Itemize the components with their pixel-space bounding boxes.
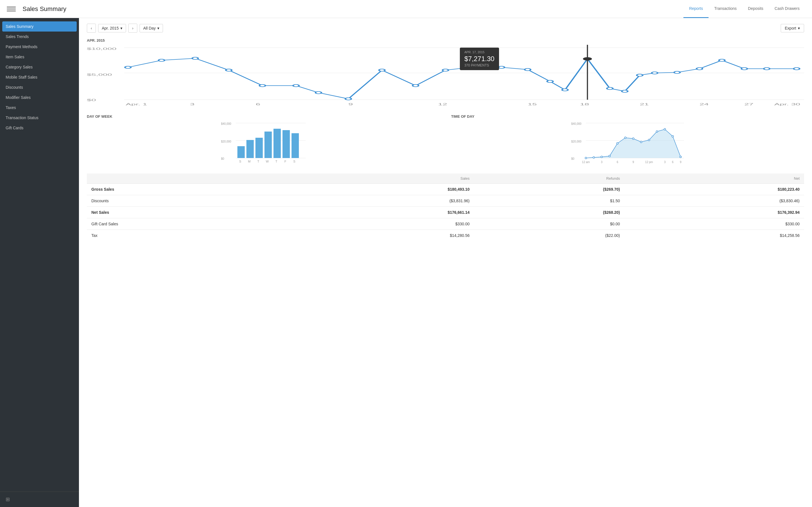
time-chevron-icon: ▾ [157, 26, 159, 31]
row-sales: $176,661.14 [294, 207, 474, 218]
svg-point-7 [158, 59, 164, 61]
main-content: ‹ Apr. 2015 ▾ › All Day ▾ Export ▾ APR. … [79, 18, 812, 507]
svg-text:9: 9 [680, 161, 681, 164]
svg-text:T: T [275, 160, 277, 163]
svg-point-80 [648, 139, 650, 141]
svg-point-6 [125, 66, 131, 68]
svg-text:F: F [285, 160, 287, 163]
svg-text:$20,000: $20,000 [221, 140, 232, 143]
svg-point-33 [794, 68, 800, 70]
sidebar-item-payment-methods[interactable]: Payment Methods [0, 42, 79, 52]
svg-point-83 [672, 135, 673, 137]
row-net: $330.00 [624, 218, 804, 230]
time-label: All Day [143, 26, 156, 31]
row-net: $14,258.56 [624, 230, 804, 241]
sidebar-item-sales-trends[interactable]: Sales Trends [0, 32, 79, 42]
next-button[interactable]: › [128, 24, 137, 33]
top-header: Sales Summary Reports Transactions Depos… [0, 0, 812, 18]
export-chevron-icon: ▾ [798, 26, 800, 31]
summary-table: Sales Refunds Net Gross Sales $180,493.1… [87, 173, 804, 241]
sidebar-item-discounts[interactable]: Discounts [0, 82, 79, 93]
row-net: ($3,830.46) [624, 195, 804, 207]
time-picker[interactable]: All Day ▾ [140, 24, 163, 33]
svg-text:12 pm: 12 pm [645, 161, 653, 164]
nav-reports[interactable]: Reports [683, 0, 709, 18]
tod-area-chart: $40,000 $20,000 $0 [451, 121, 804, 166]
svg-point-15 [412, 84, 418, 87]
svg-rect-53 [255, 138, 263, 158]
row-refunds: ($22.00) [474, 230, 624, 241]
svg-point-12 [315, 92, 321, 94]
sidebar-item-item-sales[interactable]: Item Sales [0, 52, 79, 62]
toolbar: ‹ Apr. 2015 ▾ › All Day ▾ Export ▾ [87, 24, 804, 33]
svg-text:6: 6 [256, 103, 260, 106]
table-row: Gross Sales $180,493.10 ($269.70) $180,2… [87, 184, 804, 195]
svg-text:15: 15 [528, 103, 537, 106]
sidebar-nav: Sales Summary Sales Trends Payment Metho… [0, 18, 79, 492]
nav-deposits[interactable]: Deposits [742, 0, 769, 18]
nav-cash-drawers[interactable]: Cash Drawers [769, 0, 805, 18]
svg-point-28 [674, 71, 680, 73]
svg-point-30 [719, 59, 725, 61]
svg-text:3: 3 [601, 161, 603, 164]
table-row: Gift Card Sales $330.00 $0.00 $330.00 [87, 218, 804, 230]
row-label: Discounts [87, 195, 294, 207]
sidebar-item-taxes[interactable]: Taxes [0, 103, 79, 113]
svg-text:27: 27 [744, 103, 753, 106]
svg-point-25 [622, 90, 627, 93]
svg-point-17 [472, 66, 478, 68]
prev-button[interactable]: ‹ [87, 24, 96, 33]
date-label: Apr. 2015 [102, 26, 119, 31]
top-nav: Reports Transactions Deposits Cash Drawe… [683, 0, 805, 18]
square-icon: ⊞ [6, 497, 10, 502]
sidebar-item-sales-summary[interactable]: Sales Summary [2, 21, 77, 32]
svg-point-74 [601, 156, 603, 158]
date-chevron-icon: ▾ [120, 26, 122, 31]
sidebar-item-category-sales[interactable]: Category Sales [0, 62, 79, 72]
date-picker[interactable]: Apr. 2015 ▾ [98, 24, 126, 33]
svg-text:12: 12 [438, 103, 447, 106]
svg-text:9: 9 [349, 103, 353, 106]
svg-text:$40,000: $40,000 [221, 122, 232, 125]
export-button[interactable]: Export ▾ [781, 24, 804, 33]
svg-rect-55 [273, 129, 281, 158]
svg-point-18 [499, 66, 504, 68]
svg-text:3: 3 [190, 103, 195, 106]
svg-text:M: M [248, 160, 250, 163]
bottom-charts-row: DAY OF WEEK $40,000 $20,000 $0 [87, 114, 804, 167]
main-line-chart: $10,000 $5,000 $0 [87, 45, 804, 107]
svg-text:$5,000: $5,000 [87, 73, 112, 76]
svg-point-24 [607, 87, 613, 90]
menu-icon[interactable] [7, 7, 16, 11]
sidebar-item-gift-cards[interactable]: Gift Cards [0, 123, 79, 133]
svg-text:21: 21 [640, 103, 649, 106]
svg-point-31 [741, 68, 747, 70]
row-label: Gross Sales [87, 184, 294, 195]
main-layout: Sales Summary Sales Trends Payment Metho… [0, 18, 812, 507]
svg-text:Apr. 1: Apr. 1 [126, 103, 147, 106]
svg-text:3: 3 [664, 161, 666, 164]
svg-point-10 [259, 84, 265, 87]
dow-chart: DAY OF WEEK $40,000 $20,000 $0 [87, 114, 440, 167]
row-label: Tax [87, 230, 294, 241]
nav-transactions[interactable]: Transactions [709, 0, 742, 18]
svg-rect-51 [238, 146, 245, 158]
sidebar-item-mobile-staff-sales[interactable]: Mobile Staff Sales [0, 72, 79, 82]
svg-rect-56 [283, 130, 290, 158]
svg-point-77 [624, 137, 626, 138]
svg-point-14 [379, 69, 385, 71]
row-sales: $14,280.56 [294, 230, 474, 241]
svg-text:S: S [239, 160, 241, 163]
row-refunds: ($269.70) [474, 184, 624, 195]
svg-point-26 [637, 74, 643, 76]
col-refunds: Refunds [474, 173, 624, 184]
row-label: Net Sales [87, 207, 294, 218]
row-sales: ($3,831.96) [294, 195, 474, 207]
svg-rect-54 [264, 131, 272, 158]
svg-point-81 [656, 131, 658, 132]
main-chart-label: APR. 2015 [87, 38, 804, 43]
sidebar-item-transaction-status[interactable]: Transaction Status [0, 113, 79, 123]
svg-text:$0: $0 [221, 157, 224, 160]
sidebar-item-modifier-sales[interactable]: Modifier Sales [0, 93, 79, 103]
svg-point-8 [192, 57, 198, 59]
